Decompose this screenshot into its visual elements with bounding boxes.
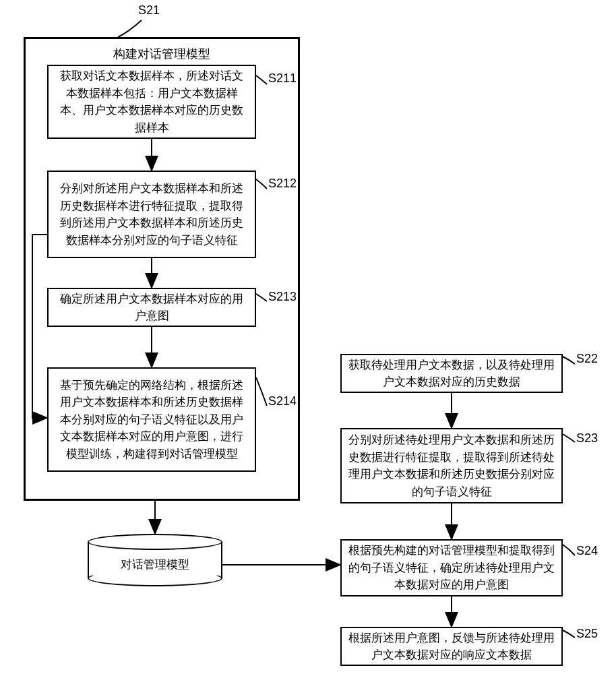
step-box-s212: 分别对所述用户文本数据样本和所述历史数据样本进行特征提取，提取得到所述用户文本数… (47, 171, 256, 258)
step-label-s21: S21 (138, 3, 160, 18)
step-label-s212: S212 (268, 177, 297, 191)
step-text: 获取对话文本数据样本，所述对话文本数据样本包括：用户文本数据样本、用户文本数据样… (55, 67, 248, 136)
step-text: 确定所述用户文本数据样本对应的用户意图 (55, 290, 248, 325)
cylinder-model: 对话管理模型 (88, 534, 222, 586)
step-text: 获取待处理用户文本数据，以及待处理用户文本数据对应的历史数据 (348, 357, 555, 391)
step-text: 分别对所述待处理用户文本数据和所述历史数据进行特征提取，提取得到所述待处理用户文… (348, 431, 555, 500)
step-label-s23: S23 (576, 431, 598, 446)
step-box-s23: 分别对所述待处理用户文本数据和所述历史数据进行特征提取，提取得到所述待处理用户文… (340, 428, 563, 503)
cylinder-text: 对话管理模型 (88, 557, 222, 572)
step-box-s24: 根据预先构建的对话管理模型和提取得到的句子语义特征，确定所述待处理用户文本数据对… (340, 539, 563, 596)
step-box-s214: 基于预先确定的网络结构，根据所述用户文本数据样本和所述历史数据样本分别对应的句子… (47, 367, 256, 472)
step-label-s214: S214 (268, 394, 297, 408)
flowchart-canvas: S21 构建对话管理模型 获取对话文本数据样本，所述对话文本数据样本包括：用户文… (0, 0, 616, 674)
step-text: 根据所述用户意图，反馈与所述待处理用户文本数据对应的响应文本数据 (348, 630, 555, 664)
step-box-s213: 确定所述用户文本数据样本对应的用户意图 (47, 288, 256, 327)
step-text: 基于预先确定的网络结构，根据所述用户文本数据样本和所述历史数据样本分别对应的句子… (55, 377, 248, 463)
step-label-s22: S22 (576, 352, 598, 366)
step-label-s25: S25 (576, 627, 598, 641)
step-box-s25: 根据所述用户意图，反馈与所述待处理用户文本数据对应的响应文本数据 (340, 627, 563, 666)
step-box-s211: 获取对话文本数据样本，所述对话文本数据样本包括：用户文本数据样本、用户文本数据样… (47, 65, 256, 139)
outer-title: 构建对话管理模型 (26, 46, 298, 62)
step-box-s22: 获取待处理用户文本数据，以及待处理用户文本数据对应的历史数据 (340, 354, 563, 393)
step-label-s24: S24 (576, 544, 598, 558)
step-label-s213: S213 (268, 290, 297, 304)
step-text: 根据预先构建的对话管理模型和提取得到的句子语义特征，确定所述待处理用户文本数据对… (348, 542, 555, 594)
step-label-s211: S211 (268, 71, 297, 86)
step-text: 分别对所述用户文本数据样本和所述历史数据样本进行特征提取，提取得到所述用户文本数… (55, 180, 248, 249)
